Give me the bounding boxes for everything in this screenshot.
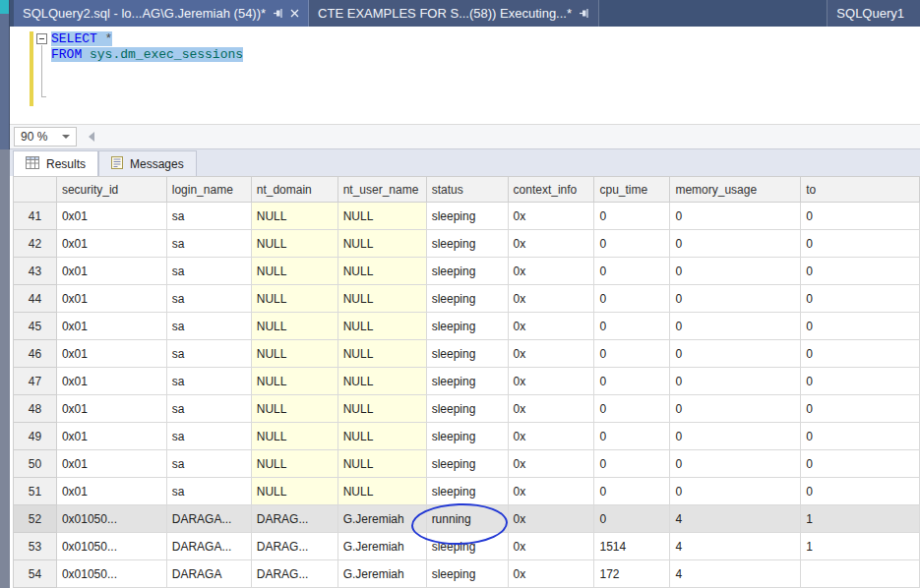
grid-cell[interactable]: 0x — [508, 395, 594, 423]
grid-cell[interactable]: NULL — [251, 450, 337, 478]
grid-cell[interactable]: NULL — [251, 368, 337, 395]
document-tab[interactable]: SQLQuery2.sql - lo...AG\G.Jeremiah (54))… — [14, 0, 309, 27]
grid-cell[interactable] — [801, 560, 920, 588]
grid-cell[interactable]: sa — [166, 450, 251, 478]
grid-cell[interactable]: sleeping — [426, 230, 508, 258]
code-editor[interactable]: SELECT * FROM sys.dm_exec_sessions — [10, 27, 920, 124]
grid-cell[interactable]: 0 — [594, 505, 670, 533]
column-header-status[interactable]: status — [426, 177, 508, 203]
column-header-context_info[interactable]: context_info — [508, 177, 594, 203]
grid-cell[interactable]: sleeping — [426, 340, 508, 368]
grid-cell[interactable]: sleeping — [426, 560, 508, 588]
grid-cell[interactable]: NULL — [337, 313, 426, 340]
grid-cell[interactable]: 0x — [508, 478, 594, 505]
grid-cell[interactable]: 0 — [670, 395, 801, 423]
row-number-cell[interactable]: 48 — [14, 395, 57, 423]
grid-cell[interactable]: 0x — [508, 230, 594, 258]
grid-row-50[interactable]: 500x01saNULLNULLsleeping0x000 — [14, 450, 920, 478]
grid-cell[interactable]: 0 — [670, 313, 801, 340]
grid-cell[interactable]: G.Jeremiah — [337, 505, 426, 533]
grid-cell[interactable]: 0x — [508, 560, 594, 588]
row-number-cell[interactable]: 45 — [14, 313, 57, 340]
grid-cell[interactable]: running — [426, 505, 508, 533]
grid-cell[interactable]: sa — [166, 395, 251, 423]
grid-cell[interactable]: 0 — [801, 423, 920, 450]
grid-cell[interactable]: 172 — [594, 560, 670, 588]
grid-cell[interactable]: 0 — [670, 423, 801, 450]
grid-cell[interactable]: 0x — [508, 533, 594, 560]
grid-cell[interactable]: 1514 — [594, 533, 670, 560]
grid-cell[interactable]: 0 — [801, 285, 920, 313]
grid-cell[interactable]: sa — [166, 203, 251, 230]
grid-cell[interactable]: DARAGA — [166, 560, 251, 588]
grid-row-52[interactable]: 520x01050...DARAGA...DARAG...G.Jeremiahr… — [14, 505, 920, 533]
grid-cell[interactable]: NULL — [251, 230, 337, 258]
grid-cell[interactable]: 0x01 — [56, 258, 166, 285]
grid-row-46[interactable]: 460x01saNULLNULLsleeping0x000 — [14, 340, 920, 368]
row-number-cell[interactable]: 42 — [14, 230, 57, 258]
grid-cell[interactable]: 0x01 — [56, 478, 166, 505]
grid-cell[interactable]: sleeping — [426, 203, 508, 230]
row-number-cell[interactable]: 49 — [14, 423, 57, 450]
grid-cell[interactable]: sleeping — [426, 478, 508, 505]
row-number-cell[interactable]: 43 — [14, 258, 57, 285]
grid-cell[interactable]: sleeping — [426, 313, 508, 340]
grid-cell[interactable]: sa — [166, 313, 251, 340]
grid-cell[interactable]: 0 — [801, 340, 920, 368]
grid-cell[interactable]: 0 — [594, 395, 670, 423]
grid-cell[interactable]: 0x — [508, 258, 594, 285]
results-grid[interactable]: security_idlogin_nament_domainnt_user_na… — [13, 176, 920, 588]
grid-cell[interactable]: sleeping — [426, 533, 508, 560]
grid-cell[interactable]: 0x01 — [56, 230, 166, 258]
grid-cell[interactable]: 0 — [801, 258, 920, 285]
grid-cell[interactable]: 0x — [508, 450, 594, 478]
grid-cell[interactable]: DARAGA... — [166, 505, 251, 533]
grid-cell[interactable]: 1 — [801, 505, 920, 533]
grid-cell[interactable]: 0 — [670, 230, 801, 258]
grid-cell[interactable]: NULL — [251, 203, 337, 230]
grid-cell[interactable]: 0 — [801, 395, 920, 423]
document-tab[interactable]: CTE EXAMPLES FOR S...(58)) Executing...* — [309, 0, 599, 27]
scroll-left-arrow-icon[interactable] — [89, 132, 94, 142]
grid-cell[interactable]: 1 — [801, 533, 920, 560]
grid-row-48[interactable]: 480x01saNULLNULLsleeping0x000 — [14, 395, 920, 423]
grid-cell[interactable]: 0x01 — [56, 395, 166, 423]
close-icon[interactable] — [290, 9, 299, 18]
grid-cell[interactable]: NULL — [337, 395, 426, 423]
grid-cell[interactable]: 0 — [801, 478, 920, 505]
grid-cell[interactable]: G.Jeremiah — [337, 533, 426, 560]
grid-cell[interactable]: 0 — [670, 285, 801, 313]
grid-cell[interactable]: sa — [166, 423, 251, 450]
grid-row-47[interactable]: 470x01saNULLNULLsleeping0x000 — [14, 368, 920, 395]
grid-cell[interactable]: 0x01050... — [56, 560, 166, 588]
row-number-cell[interactable]: 41 — [14, 203, 57, 230]
grid-cell[interactable]: sa — [166, 258, 251, 285]
grid-cell[interactable]: 0x — [508, 340, 594, 368]
grid-cell[interactable]: NULL — [251, 478, 337, 505]
grid-cell[interactable]: 0x — [508, 313, 594, 340]
row-number-cell[interactable]: 53 — [14, 533, 57, 560]
grid-cell[interactable]: DARAG... — [251, 505, 337, 533]
grid-row-42[interactable]: 420x01saNULLNULLsleeping0x000 — [14, 230, 920, 258]
grid-cell[interactable]: sleeping — [426, 368, 508, 395]
grid-cell[interactable]: NULL — [251, 340, 337, 368]
grid-cell[interactable]: sleeping — [426, 450, 508, 478]
grid-cell[interactable]: 0 — [801, 230, 920, 258]
grid-cell[interactable]: NULL — [251, 313, 337, 340]
grid-cell[interactable]: NULL — [251, 395, 337, 423]
document-tab[interactable]: SQLQuery1 — [827, 0, 920, 27]
column-header-memory_usage[interactable]: memory_usage — [670, 177, 801, 203]
grid-cell[interactable]: 0x — [508, 368, 594, 395]
grid-cell[interactable]: 0 — [801, 368, 920, 395]
grid-row-49[interactable]: 490x01saNULLNULLsleeping0x000 — [14, 423, 920, 450]
grid-cell[interactable]: 0x01 — [56, 450, 166, 478]
grid-cell[interactable]: NULL — [337, 258, 426, 285]
grid-cell[interactable]: sleeping — [426, 258, 508, 285]
grid-cell[interactable]: sa — [166, 478, 251, 505]
grid-cell[interactable]: 0 — [801, 313, 920, 340]
grid-cell[interactable]: 0 — [594, 423, 670, 450]
grid-cell[interactable]: 0 — [594, 450, 670, 478]
grid-cell[interactable]: 0 — [670, 340, 801, 368]
grid-cell[interactable]: 0 — [670, 368, 801, 395]
results-pane-tab-results[interactable]: Results — [13, 150, 98, 176]
